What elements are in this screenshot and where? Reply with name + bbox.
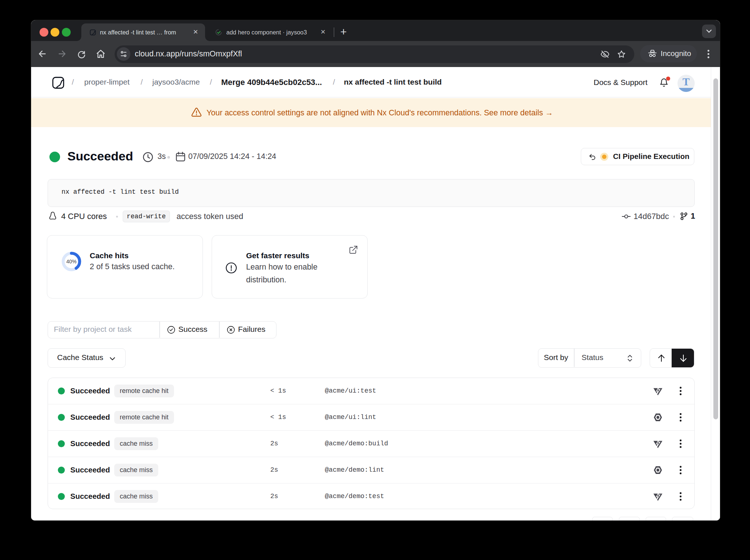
- svg-text:40%: 40%: [66, 259, 77, 264]
